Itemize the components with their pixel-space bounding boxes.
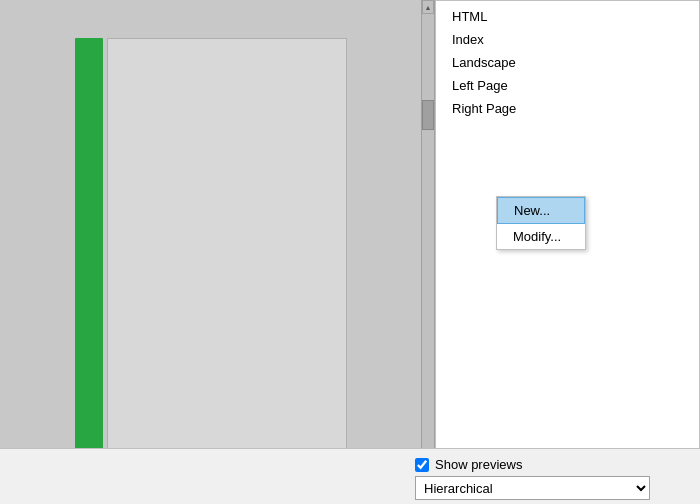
hierarchical-select[interactable]: Hierarchical bbox=[415, 476, 650, 500]
hierarchical-row: Hierarchical bbox=[415, 476, 700, 500]
right-panel: HTML Index Landscape Left Page Right Pag… bbox=[435, 0, 700, 504]
center-scrollbar[interactable]: ▲ ▼ bbox=[421, 0, 435, 504]
scroll-up-arrow[interactable]: ▲ bbox=[422, 0, 434, 14]
page-list: HTML Index Landscape Left Page Right Pag… bbox=[436, 1, 699, 503]
list-item[interactable]: Landscape bbox=[436, 51, 699, 74]
modify-button[interactable]: Modify... bbox=[497, 224, 585, 249]
list-item[interactable]: HTML bbox=[436, 5, 699, 28]
context-menu: New... Modify... bbox=[496, 196, 586, 250]
new-button[interactable]: New... bbox=[497, 197, 585, 224]
page-preview bbox=[75, 38, 347, 466]
page-tab-green bbox=[75, 38, 103, 466]
page-canvas bbox=[107, 38, 347, 466]
list-item-right-page[interactable]: Right Page bbox=[436, 97, 699, 120]
show-previews-row: Show previews bbox=[415, 453, 700, 476]
list-item[interactable]: Left Page bbox=[436, 74, 699, 97]
bottom-bar: Show previews Hierarchical bbox=[0, 448, 700, 504]
scrollbar-thumb[interactable] bbox=[422, 100, 434, 130]
list-item[interactable]: Index bbox=[436, 28, 699, 51]
show-previews-checkbox[interactable] bbox=[415, 458, 429, 472]
left-panel bbox=[0, 0, 421, 504]
show-previews-label: Show previews bbox=[435, 457, 522, 472]
main-area: ▲ ▼ HTML Index Landscape Left Page Right… bbox=[0, 0, 700, 504]
